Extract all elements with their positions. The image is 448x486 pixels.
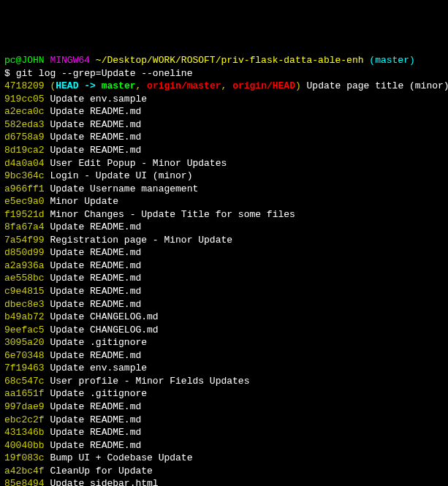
commit-line: 85e8494 Update sidebar.html <box>4 477 444 486</box>
commit-message: Update README.md <box>50 132 141 143</box>
comma: , <box>221 80 233 91</box>
commit-hash: 40040bb <box>4 440 45 451</box>
paren-close: ) <box>295 80 301 91</box>
commit-message: Update README.md <box>50 401 141 412</box>
commit-line: a966ff1 Update Username management <box>4 183 444 196</box>
commit-message: Update .gitignore <box>50 337 147 348</box>
commit-message: Update README.md <box>50 247 141 258</box>
commit-hash: a966ff1 <box>4 183 45 194</box>
comma: , <box>135 80 147 91</box>
commit-hash: f19521d <box>4 209 45 220</box>
commit-line: 8d19ca2 Update README.md <box>4 144 444 157</box>
commit-message: CleanUp for Update <box>50 466 152 476</box>
commit-message: Update CHANGELOG.md <box>50 311 158 322</box>
commit-hash: ae558bc <box>4 273 45 284</box>
commit-hash: a42bc4f <box>4 466 45 476</box>
commit-hash: 19f083c <box>4 452 45 463</box>
commit-line: ae558bc Update README.md <box>4 272 444 285</box>
command-text: git log --grep=Update --oneline <box>16 68 193 79</box>
prompt-branch: (master) <box>369 55 414 66</box>
commit-line: 582eda3 Update README.md <box>4 118 444 132</box>
commit-line: a42bc4f CleanUp for Update <box>4 465 444 478</box>
remote-master: origin/master <box>147 80 221 91</box>
commit-line: ebc2c2f Update README.md <box>4 414 444 427</box>
commit-line: d4a0a04 User Edit Popup - Minor Updates <box>4 157 444 170</box>
commit-hash: 431346b <box>4 427 45 438</box>
commit-line: f19521d Minor Changes - Update Title for… <box>4 208 444 221</box>
commit-message: User profile - Minor Fields Updates <box>50 376 249 387</box>
commit-hash: c9e4815 <box>4 286 45 297</box>
commit-hash: dbec8e3 <box>4 299 45 310</box>
commit-hash: 919cc05 <box>4 94 45 105</box>
commit-message: Registration page - Minor Update <box>50 235 232 246</box>
commit-line: d850d99 Update README.md <box>4 246 444 259</box>
head-commit-line: 4718209 (HEAD -> master, origin/master, … <box>4 80 444 93</box>
commit-line: 7f19463 Update env.sample <box>4 362 444 375</box>
commit-hash: a2a936a <box>4 260 45 271</box>
commit-line: 9bc364c Login - Update UI (minor) <box>4 170 444 183</box>
commit-line: 68c547c User profile - Minor Fields Upda… <box>4 375 444 388</box>
commit-hash: aa1651f <box>4 388 45 399</box>
commit-message: User Edit Popup - Minor Updates <box>50 158 227 169</box>
commit-hash: 8fa67a4 <box>4 221 45 232</box>
commit-hash: 68c547c <box>4 376 45 387</box>
commit-message: Minor Update <box>50 196 118 207</box>
commit-line: dbec8e3 Update README.md <box>4 298 444 311</box>
prompt-symbol: $ <box>4 68 10 79</box>
commit-line: 9eefac5 Update CHANGELOG.md <box>4 324 444 337</box>
commit-hash: a2eca0c <box>4 106 45 117</box>
commit-message: Update env.sample <box>50 94 147 105</box>
commit-message: Update README.md <box>50 260 141 271</box>
commit-line: 8fa67a4 Update README.md <box>4 221 444 234</box>
commit-message: Update README.md <box>50 145 141 156</box>
commit-message: Update README.md <box>50 221 141 232</box>
commit-message: Update env.sample <box>50 362 147 373</box>
commit-message: Update sidebar.html <box>50 478 158 486</box>
terminal-output[interactable]: pc@JOHN MINGW64 ~/Desktop/WORK/ROSOFT/pr… <box>4 54 444 486</box>
commit-line: 6e70348 Update README.md <box>4 349 444 362</box>
commit-hash: 997dae9 <box>4 401 45 412</box>
commit-hash: 6e70348 <box>4 350 45 361</box>
commit-line: e5ec9a0 Minor Update <box>4 195 444 208</box>
commit-line: 431346b Update README.md <box>4 426 444 439</box>
commit-line: 3095a20 Update .gitignore <box>4 336 444 349</box>
prompt-user: pc@JOHN <box>4 55 45 66</box>
commit-line: a2a936a Update README.md <box>4 259 444 273</box>
commit-hash: 7a54f99 <box>4 235 45 246</box>
commit-message: Update README.md <box>50 427 141 438</box>
commit-message: Update .gitignore <box>50 388 147 399</box>
prompt-env: MINGW64 <box>50 55 90 66</box>
commit-line: 7a54f99 Registration page - Minor Update <box>4 234 444 247</box>
commit-line: aa1651f Update .gitignore <box>4 387 444 400</box>
commit-hash: 7f19463 <box>4 362 45 373</box>
commit-message: Update page title (minor) <box>301 80 448 91</box>
commit-message: Update README.md <box>50 119 141 130</box>
command-line: $ git log --grep=Update --oneline <box>4 67 444 80</box>
commit-hash: 4718209 <box>4 80 45 91</box>
commit-hash: 8d19ca2 <box>4 145 45 156</box>
commit-message: Minor Changes - Update Title for some fi… <box>50 209 295 220</box>
commit-hash: 85e8494 <box>4 478 45 486</box>
prompt-line: pc@JOHN MINGW64 ~/Desktop/WORK/ROSOFT/pr… <box>4 54 444 67</box>
commit-hash: d4a0a04 <box>4 158 45 169</box>
commit-message: Update README.md <box>50 273 141 284</box>
commit-message: Update CHANGELOG.md <box>50 324 158 335</box>
commit-line: 19f083c Bump UI + Codebase Update <box>4 452 444 465</box>
commit-line: 919cc05 Update env.sample <box>4 93 444 106</box>
remote-head: origin/HEAD <box>232 80 295 91</box>
commit-line: 997dae9 Update README.md <box>4 400 444 414</box>
commit-hash: d6758a9 <box>4 132 45 143</box>
commit-message: Login - Update UI (minor) <box>50 170 192 181</box>
commit-line: c9e4815 Update README.md <box>4 285 444 298</box>
commit-message: Update README.md <box>50 286 141 297</box>
commit-hash: 9bc364c <box>4 170 45 181</box>
arrow: -> <box>78 80 101 91</box>
commit-hash: ebc2c2f <box>4 414 45 425</box>
commit-hash: 9eefac5 <box>4 324 45 335</box>
commit-line: a2eca0c Update README.md <box>4 105 444 118</box>
commit-hash: 3095a20 <box>4 337 45 348</box>
commit-line: b49ab72 Update CHANGELOG.md <box>4 311 444 324</box>
commit-message: Bump UI + Codebase Update <box>50 452 192 463</box>
commit-hash: e5ec9a0 <box>4 196 45 207</box>
local-branch: master <box>102 80 136 91</box>
